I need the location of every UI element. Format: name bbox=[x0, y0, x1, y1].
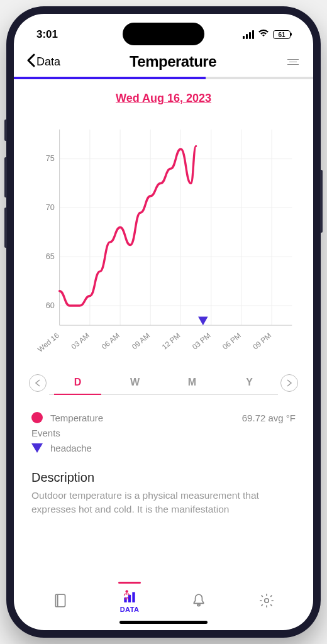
svg-text:06 AM: 06 AM bbox=[100, 331, 121, 350]
description: Description Outdoor temperature is a phy… bbox=[29, 464, 298, 516]
series-dot-icon bbox=[31, 412, 43, 423]
svg-text:Wed 16: Wed 16 bbox=[36, 331, 60, 353]
svg-text:70: 70 bbox=[46, 203, 55, 212]
avg-text: 69.72 avg °F bbox=[242, 413, 296, 423]
svg-text:60: 60 bbox=[46, 301, 55, 310]
svg-rect-27 bbox=[128, 595, 131, 602]
svg-text:12 PM: 12 PM bbox=[160, 331, 182, 351]
tab-bar: DATA bbox=[14, 582, 313, 617]
svg-text:09 PM: 09 PM bbox=[251, 331, 272, 351]
tab-journal[interactable] bbox=[52, 592, 69, 609]
tab-data-label: DATA bbox=[120, 606, 140, 613]
gear-icon bbox=[258, 592, 275, 609]
tab-notifications[interactable] bbox=[191, 592, 207, 609]
bell-icon bbox=[191, 592, 207, 609]
range-selector: DWMY bbox=[29, 359, 298, 401]
tab-settings[interactable] bbox=[258, 592, 275, 609]
journal-icon bbox=[52, 592, 69, 609]
back-button[interactable]: Data bbox=[26, 53, 60, 70]
event-marker-icon bbox=[31, 443, 43, 453]
event-name: headache bbox=[50, 443, 92, 453]
tab-data[interactable]: DATA bbox=[120, 588, 140, 613]
series-label: Temperature bbox=[50, 413, 103, 423]
svg-text:75: 75 bbox=[46, 154, 55, 163]
svg-text:03 PM: 03 PM bbox=[191, 331, 212, 351]
range-tab-w[interactable]: W bbox=[106, 370, 164, 394]
wifi-icon bbox=[258, 28, 269, 41]
page-title: Temperature bbox=[130, 53, 216, 70]
notch bbox=[123, 23, 204, 45]
menu-icon[interactable] bbox=[285, 59, 301, 65]
svg-text:09 AM: 09 AM bbox=[130, 331, 152, 350]
next-button[interactable] bbox=[280, 374, 298, 392]
events-label: Events bbox=[31, 425, 296, 441]
description-text: Outdoor temperature is a physical measur… bbox=[31, 489, 296, 516]
description-title: Description bbox=[31, 470, 296, 485]
temperature-chart: 60657075Wed 1603 AM06 AM09 AM12 PM03 PM0… bbox=[29, 120, 298, 359]
nav-header: Data Temperature bbox=[14, 48, 313, 77]
legend: Temperature 69.72 avg °F Events headache bbox=[29, 401, 298, 464]
svg-text:06 PM: 06 PM bbox=[221, 331, 242, 351]
signal-icon bbox=[243, 30, 254, 39]
date-header[interactable]: Wed Aug 16, 2023 bbox=[29, 79, 298, 114]
chevron-left-icon bbox=[26, 53, 35, 70]
range-tab-d[interactable]: D bbox=[49, 370, 106, 394]
range-tab-y[interactable]: Y bbox=[221, 370, 278, 394]
svg-point-29 bbox=[126, 590, 128, 592]
svg-text:03 AM: 03 AM bbox=[69, 331, 91, 350]
svg-point-30 bbox=[265, 599, 269, 603]
svg-rect-28 bbox=[132, 592, 135, 602]
prev-button[interactable] bbox=[29, 374, 47, 392]
svg-text:65: 65 bbox=[46, 252, 55, 261]
battery-icon: 61 bbox=[273, 30, 291, 39]
status-time: 3:01 bbox=[36, 28, 58, 41]
data-icon bbox=[121, 588, 138, 604]
back-label: Data bbox=[36, 55, 60, 69]
home-indicator[interactable] bbox=[119, 621, 208, 624]
range-tab-m[interactable]: M bbox=[164, 370, 221, 394]
